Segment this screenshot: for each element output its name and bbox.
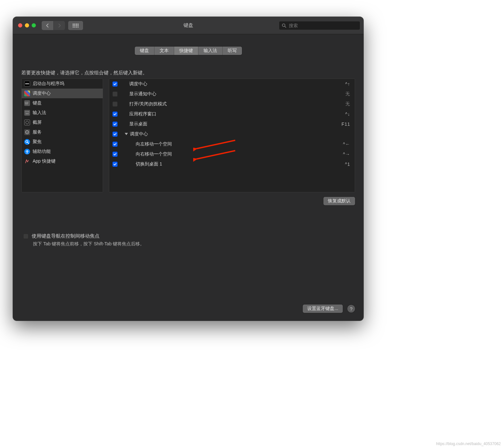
svg-rect-6 — [27, 102, 28, 103]
shortcut-key: 无 — [345, 91, 350, 97]
shortcut-checkbox[interactable] — [112, 101, 118, 107]
shortcut-row-0[interactable]: 调度中心^↑ — [109, 79, 355, 89]
bluetooth-keyboard-button[interactable]: 设置蓝牙键盘... — [303, 304, 343, 313]
shortcut-key: F11 — [341, 122, 350, 127]
shortcut-key: 无 — [345, 101, 350, 107]
preferences-window: 键盘 键盘文本快捷键输入法听写 若要更改快捷键，请选择它，点按组合键，然后键入新… — [13, 17, 363, 321]
shortcut-row-4[interactable]: 显示桌面F11 — [109, 119, 355, 129]
svg-rect-16 — [28, 112, 29, 112]
shortcut-checkbox[interactable] — [112, 162, 118, 167]
shortcut-checkbox[interactable] — [112, 152, 118, 157]
mission-icon — [24, 91, 30, 96]
category-label: 输入法 — [33, 110, 46, 116]
shortcut-key: ^1 — [345, 162, 350, 167]
category-list[interactable]: 启动台与程序坞调度中心键盘输入法截屏服务聚焦辅助功能App 快捷键 — [21, 79, 103, 192]
search-input[interactable] — [288, 23, 357, 28]
shortcut-label: 显示通知中心 — [120, 91, 156, 97]
input-icon — [24, 110, 30, 116]
shortcut-key: ^↑ — [345, 81, 350, 87]
tab-4[interactable]: 听写 — [223, 47, 242, 55]
search-icon — [282, 23, 286, 28]
tab-3[interactable]: 输入法 — [198, 47, 223, 55]
category-label: 键盘 — [33, 100, 42, 106]
shortcut-row-5[interactable]: 调度中心 — [109, 129, 355, 139]
titlebar: 键盘 — [13, 17, 363, 34]
spotlight-icon — [24, 139, 30, 145]
disclosure-triangle-icon[interactable] — [125, 133, 128, 135]
shortcut-list[interactable]: 调度中心^↑显示通知中心无打开/关闭勿扰模式无应用程序窗口^↓显示桌面F11调度… — [109, 79, 355, 192]
nav-buttons — [42, 21, 65, 30]
category-spotlight[interactable]: 聚焦 — [22, 137, 103, 147]
bottom-row: 设置蓝牙键盘... ? — [21, 295, 355, 313]
svg-rect-5 — [26, 102, 27, 103]
category-mission[interactable]: 调度中心 — [22, 89, 103, 98]
restore-row: 恢复成默认 — [21, 197, 355, 205]
shortcut-checkbox[interactable] — [112, 132, 118, 137]
svg-rect-17 — [26, 113, 29, 114]
app-icon — [24, 158, 30, 164]
instruction-text: 若要更改快捷键，请选择它，点按组合键，然后键入新键。 — [21, 70, 355, 76]
category-input[interactable]: 输入法 — [22, 108, 103, 118]
tab-1[interactable]: 文本 — [154, 47, 174, 55]
keyboard-icon — [24, 100, 30, 106]
shortcut-row-7[interactable]: 向右移动一个空间^→ — [109, 149, 355, 159]
shortcut-label: 切换到桌面 1 — [120, 161, 162, 167]
forward-button[interactable] — [53, 21, 65, 30]
show-all-button[interactable] — [68, 21, 83, 30]
shortcut-row-3[interactable]: 应用程序窗口^↓ — [109, 109, 355, 119]
shortcut-label: 应用程序窗口 — [120, 111, 156, 117]
shortcut-checkbox[interactable] — [112, 81, 118, 87]
keyboard-nav-checkbox[interactable] — [23, 234, 28, 239]
svg-rect-3 — [25, 102, 26, 103]
category-label: 启动台与程序坞 — [33, 81, 64, 87]
svg-line-21 — [28, 143, 29, 144]
close-icon[interactable] — [18, 23, 22, 27]
tab-2[interactable]: 快捷键 — [174, 47, 198, 55]
shortcut-row-6[interactable]: 向左移动一个空间^← — [109, 139, 355, 149]
shortcut-label: 打开/关闭勿扰模式 — [120, 101, 167, 107]
category-launchpad[interactable]: 启动台与程序坞 — [22, 79, 103, 89]
help-button[interactable]: ? — [347, 305, 355, 313]
svg-rect-4 — [26, 102, 26, 103]
access-icon — [24, 149, 30, 155]
svg-rect-9 — [26, 103, 27, 103]
svg-rect-10 — [27, 103, 28, 103]
category-label: 截屏 — [33, 120, 42, 125]
services-icon — [24, 129, 30, 135]
content-area: 键盘文本快捷键输入法听写 若要更改快捷键，请选择它，点按组合键，然后键入新键。 … — [13, 34, 363, 321]
category-label: 聚焦 — [33, 139, 42, 145]
restore-defaults-button[interactable]: 恢复成默认 — [323, 197, 355, 205]
minimize-icon[interactable] — [25, 23, 29, 27]
keyboard-nav-block: 使用键盘导航在控制间移动焦点 按下 Tab 键将焦点前移，按下 Shift-Ta… — [23, 233, 355, 247]
shortcut-checkbox[interactable] — [112, 91, 118, 97]
shortcut-row-8[interactable]: 切换到桌面 1^1 — [109, 159, 355, 169]
category-app[interactable]: App 快捷键 — [22, 156, 103, 166]
search-field[interactable] — [279, 21, 360, 30]
shortcut-label: 调度中心 — [120, 131, 148, 137]
screenshot-icon — [24, 120, 30, 125]
category-label: 辅助功能 — [33, 149, 51, 155]
shortcut-row-2[interactable]: 打开/关闭勿扰模式无 — [109, 99, 355, 109]
tab-0[interactable]: 键盘 — [135, 47, 154, 55]
shortcut-label: 显示桌面 — [120, 121, 147, 127]
shortcut-key: ^← — [343, 142, 350, 147]
back-button[interactable] — [42, 21, 53, 30]
category-services[interactable]: 服务 — [22, 127, 103, 137]
shortcut-checkbox[interactable] — [112, 142, 118, 147]
shortcut-key: ^→ — [343, 152, 350, 157]
grid-icon — [73, 24, 79, 27]
launchpad-icon — [24, 81, 30, 87]
svg-rect-11 — [25, 104, 28, 104]
svg-line-1 — [285, 26, 286, 27]
shortcut-label: 调度中心 — [120, 81, 147, 87]
shortcut-checkbox[interactable] — [112, 122, 118, 127]
category-access[interactable]: 辅助功能 — [22, 147, 103, 156]
category-keyboard[interactable]: 键盘 — [22, 98, 103, 108]
category-screenshot[interactable]: 截屏 — [22, 118, 103, 127]
shortcut-checkbox[interactable] — [112, 112, 118, 117]
shortcut-row-1[interactable]: 显示通知中心无 — [109, 89, 355, 99]
shortcut-label: 向左移动一个空间 — [120, 141, 172, 147]
zoom-icon[interactable] — [32, 23, 36, 27]
keyboard-nav-label: 使用键盘导航在控制间移动焦点 — [32, 233, 100, 239]
category-label: App 快捷键 — [33, 158, 56, 164]
